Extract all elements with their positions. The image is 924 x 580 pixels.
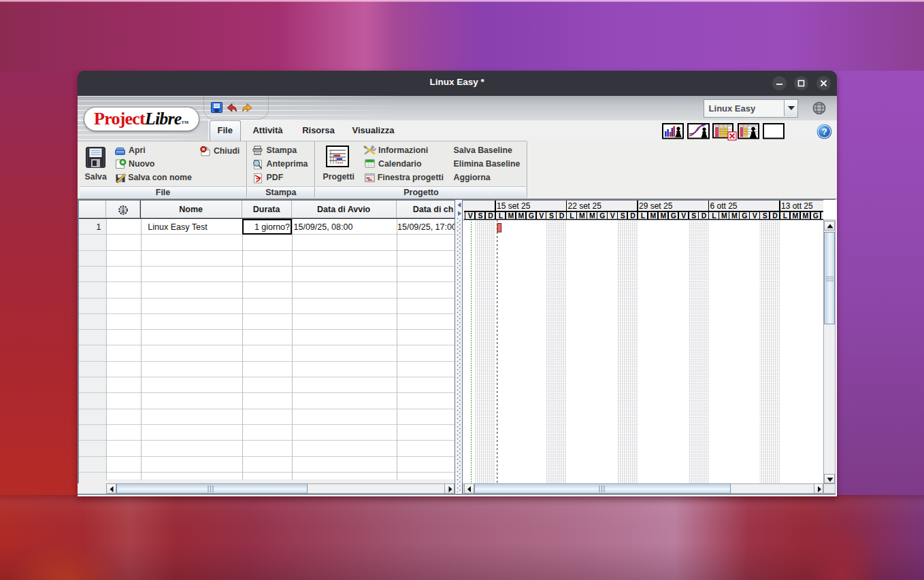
svg-text:?: ? (821, 126, 827, 137)
